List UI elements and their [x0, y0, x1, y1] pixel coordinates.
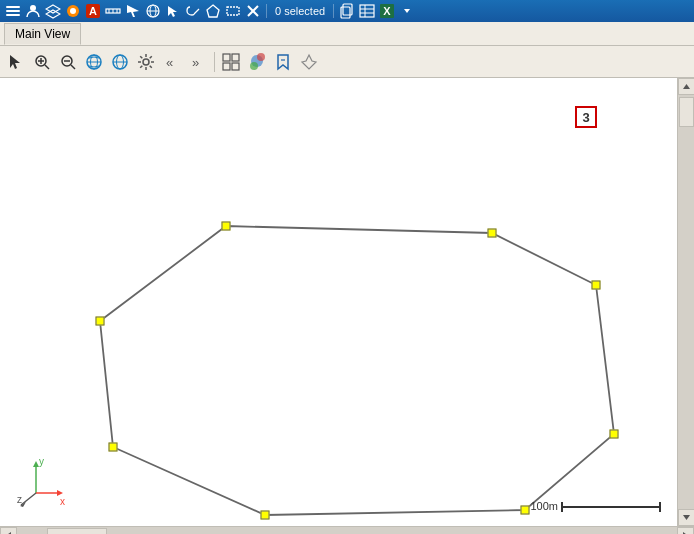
svg-point-51 — [257, 53, 265, 61]
vertex-4 — [610, 430, 619, 439]
axis-indicator: y x z — [16, 453, 71, 508]
scroll-left-button[interactable] — [0, 527, 17, 534]
scroll-thumb-horizontal[interactable] — [47, 528, 107, 534]
map-container: 3 y x z 100m — [0, 78, 694, 526]
svg-text:A: A — [89, 5, 97, 17]
lasso-icon[interactable] — [184, 2, 202, 20]
svg-marker-63 — [683, 84, 690, 89]
tab-bar: Main View — [0, 22, 694, 46]
svg-point-52 — [250, 62, 258, 70]
rect-select-icon[interactable] — [224, 2, 242, 20]
ruler-icon[interactable] — [104, 2, 122, 20]
excel2-icon[interactable]: X — [378, 2, 396, 20]
map-polygon[interactable] — [100, 226, 614, 515]
svg-marker-64 — [683, 515, 690, 520]
svg-rect-2 — [6, 14, 20, 16]
zoom-out-tb-icon[interactable] — [56, 50, 80, 74]
svg-point-7 — [70, 8, 76, 14]
forward-tb-icon[interactable]: » — [186, 50, 210, 74]
polygon-select-icon[interactable] — [204, 2, 222, 20]
table2-icon[interactable] — [358, 2, 376, 20]
select-tool-icon[interactable] — [164, 2, 182, 20]
second-toolbar: « » — [0, 46, 694, 78]
svg-text:x: x — [60, 496, 65, 507]
back-tb-icon[interactable]: « — [160, 50, 184, 74]
svg-rect-48 — [223, 63, 230, 70]
pin-tb-icon[interactable] — [297, 50, 321, 74]
svg-marker-29 — [404, 9, 410, 13]
svg-text:X: X — [383, 5, 391, 17]
vertex-3 — [592, 281, 601, 290]
cursor-tool-icon[interactable] — [4, 50, 28, 74]
zoom-in-tb-icon[interactable] — [30, 50, 54, 74]
svg-line-31 — [45, 65, 49, 69]
vertex-5 — [521, 506, 530, 515]
vertex-8 — [96, 317, 105, 326]
scroll-down-button[interactable] — [678, 509, 695, 526]
svg-rect-46 — [223, 54, 230, 61]
globe-tb-icon[interactable] — [82, 50, 106, 74]
svg-point-3 — [30, 5, 36, 11]
svg-rect-0 — [6, 6, 20, 8]
user-icon[interactable] — [24, 2, 42, 20]
right-scrollbar[interactable] — [677, 78, 694, 526]
dropdown-arrow-icon[interactable] — [398, 2, 416, 20]
layers-icon[interactable] — [4, 2, 22, 20]
orange-circle-icon[interactable] — [64, 2, 82, 20]
svg-text:»: » — [192, 55, 199, 70]
scroll-up-button[interactable] — [678, 78, 695, 95]
copy-icon[interactable] — [338, 2, 356, 20]
svg-rect-1 — [6, 10, 20, 12]
top-toolbar: A 0 selected X — [0, 0, 694, 22]
vertex-7 — [109, 443, 118, 452]
feature-number-label: 3 — [575, 106, 597, 128]
scroll-thumb-vertical[interactable] — [679, 97, 694, 127]
tb2-separator — [214, 52, 215, 72]
vertex-2 — [488, 229, 497, 238]
svg-marker-17 — [207, 5, 219, 17]
vertex-1 — [222, 222, 231, 231]
svg-rect-18 — [227, 7, 239, 15]
bottom-scrollbar[interactable] — [0, 526, 694, 534]
settings-tb-icon[interactable] — [134, 50, 158, 74]
svg-text:z: z — [17, 494, 22, 505]
svg-point-43 — [143, 59, 149, 65]
scale-label: 100m — [530, 500, 558, 512]
main-view-tab[interactable]: Main View — [4, 23, 81, 45]
svg-marker-4 — [46, 5, 60, 13]
paint-tb-icon[interactable] — [245, 50, 269, 74]
svg-text:«: « — [166, 55, 173, 70]
select-remove-icon[interactable] — [244, 2, 262, 20]
scroll-track-horizontal[interactable] — [17, 527, 677, 534]
scale-bar: 100m — [530, 500, 661, 514]
separator2 — [333, 4, 334, 18]
scroll-right-button[interactable] — [677, 527, 694, 534]
separator — [266, 4, 267, 18]
arrow-tool-icon[interactable] — [124, 2, 142, 20]
map-layer-icon[interactable] — [44, 2, 62, 20]
globe-toolbar-icon[interactable] — [144, 2, 162, 20]
svg-text:y: y — [39, 456, 44, 467]
scale-bar-line — [561, 506, 661, 508]
svg-rect-47 — [232, 54, 239, 61]
svg-marker-5 — [46, 10, 60, 18]
globe2-tb-icon[interactable] — [108, 50, 132, 74]
svg-line-60 — [21, 493, 36, 505]
polygon-svg — [0, 78, 677, 526]
svg-rect-23 — [360, 5, 374, 17]
svg-rect-21 — [343, 4, 352, 15]
svg-line-35 — [71, 65, 75, 69]
svg-rect-49 — [232, 63, 239, 70]
bookmark-tb-icon[interactable] — [271, 50, 295, 74]
selected-count-label: 0 selected — [275, 5, 325, 17]
grid-tb-icon[interactable] — [219, 50, 243, 74]
vertex-6 — [261, 511, 270, 520]
red-icon[interactable]: A — [84, 2, 102, 20]
svg-rect-22 — [341, 7, 350, 18]
scroll-track-vertical[interactable] — [678, 95, 695, 509]
map-area[interactable]: 3 y x z 100m — [0, 78, 677, 526]
